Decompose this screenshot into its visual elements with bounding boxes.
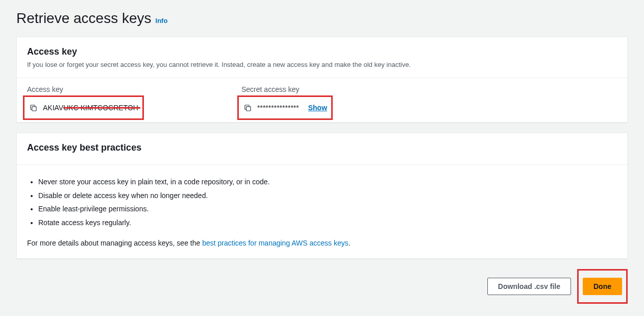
svg-rect-1 [246, 106, 250, 110]
best-practices-list: Never store your access key in plain tex… [27, 175, 617, 229]
best-practices-title: Access key best practices [27, 142, 617, 153]
access-key-redacted: UKC KIMTCOCRETOH [63, 104, 138, 112]
access-key-prefix: AKIAV [43, 104, 63, 112]
best-practices-panel: Access key best practices Never store yo… [16, 133, 628, 258]
best-practices-link[interactable]: best practices for managing AWS access k… [202, 239, 349, 247]
secret-key-highlight: *************** Show [237, 95, 333, 120]
access-key-panel-title: Access key [27, 46, 617, 57]
page-title: Retrieve access keys [16, 10, 152, 27]
secret-key-column-label: Secret access key [241, 85, 435, 93]
secret-key-masked: *************** [257, 104, 299, 112]
access-key-panel: Access key If you lose or forget your se… [16, 37, 628, 123]
copy-access-key-button[interactable] [29, 103, 38, 112]
list-item: Never store your access key in plain tex… [38, 175, 617, 189]
copy-secret-key-button[interactable] [243, 103, 252, 112]
access-key-value: AKIAVUKC KIMTCOCRETOH [43, 104, 138, 112]
svg-rect-0 [32, 106, 36, 110]
more-details-suffix: . [349, 239, 351, 247]
done-button[interactable]: Done [583, 278, 622, 295]
download-csv-button[interactable]: Download .csv file [487, 278, 571, 295]
list-item: Rotate access keys regularly. [38, 216, 617, 230]
copy-icon [30, 104, 37, 112]
more-details-text: For more details about managing access k… [27, 239, 617, 247]
access-key-panel-description: If you lose or forget your secret access… [27, 60, 617, 69]
show-secret-button[interactable]: Show [308, 104, 327, 112]
button-row: Download .csv file Done [16, 269, 628, 304]
list-item: Enable least-privilege permissions. [38, 202, 617, 216]
list-item: Disable or delete access key when no lon… [38, 189, 617, 203]
more-details-prefix: For more details about managing access k… [27, 239, 202, 247]
info-link[interactable]: Info [156, 17, 168, 25]
copy-icon [244, 104, 252, 112]
access-key-column-label: Access key [27, 85, 221, 93]
access-key-highlight: AKIAVUKC KIMTCOCRETOH [23, 95, 144, 120]
done-highlight: Done [577, 269, 628, 304]
